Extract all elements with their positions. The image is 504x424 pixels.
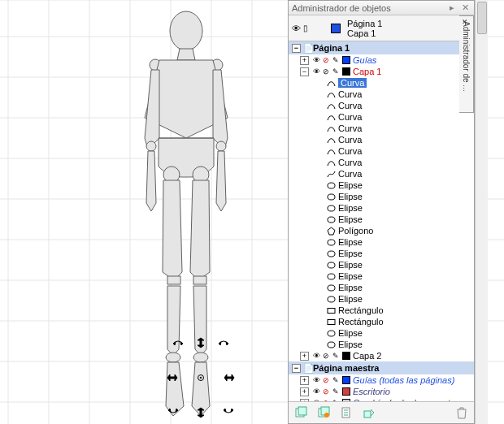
object-node[interactable]: Curva [289,100,474,111]
object-node[interactable]: Elipse [289,339,474,350]
edit-icon[interactable]: ✎ [331,376,341,384]
expander-icon[interactable]: + [300,56,309,65]
layer-state-icons[interactable]: 👁⊘✎ [311,56,341,64]
object-node[interactable]: Elipse [289,248,474,259]
object-node[interactable]: Rectángulo [289,316,474,327]
expander-icon[interactable]: + [300,387,309,396]
scrollbar-thumb[interactable] [477,2,487,34]
active-layer-swatch[interactable] [331,24,341,33]
svg-point-53 [328,217,335,223]
print-icon[interactable]: ⊘ [321,56,331,64]
object-node[interactable]: Curva [289,157,474,168]
svg-point-56 [328,251,335,257]
svg-rect-48 [170,377,175,379]
object-node[interactable]: Curva [289,77,474,89]
print-icon[interactable]: ⊘ [321,376,331,384]
object-node[interactable]: Elipse [289,191,474,202]
page-node[interactable]: −📄Página 1 [289,41,474,54]
panel-titlebar[interactable]: Administrador de objetos ▸ ✕ [289,1,474,15]
object-node[interactable]: Elipse [289,236,474,248]
layer-label: Guías (todas las páginas) [353,375,454,385]
vertical-scrollbar[interactable] [475,0,488,424]
edit-icon[interactable]: ✎ [331,352,341,360]
edit-icon[interactable]: ✎ [331,67,341,76]
mannequin [145,11,228,416]
object-node[interactable]: Elipse [289,180,474,191]
object-node[interactable]: Elipse [289,270,474,282]
layer-node[interactable]: +👁⊘✎Escritorio [289,386,474,397]
visibility-icon[interactable]: 👁 [311,376,321,384]
layer-color-swatch[interactable] [342,387,350,396]
header-layer-label: Capa 1 [347,28,463,38]
object-node[interactable]: Elipse [289,259,474,270]
object-tree[interactable]: −📄Página 1+👁⊘✎Guías−👁⊘✎Capa 1CurvaCurvaC… [289,41,474,402]
expander-icon[interactable]: − [292,44,301,53]
polygon-icon [326,227,336,236]
ellipse-icon [326,238,336,247]
object-node[interactable]: Polígono [289,225,474,236]
expander-icon[interactable]: − [300,67,309,76]
print-icon[interactable]: ⊘ [321,387,331,396]
move-to-layer-button[interactable] [362,405,376,420]
delete-button[interactable] [454,405,469,420]
curve-icon [326,113,336,122]
layer-state-icons[interactable]: 👁⊘✎ [311,376,341,384]
layer-state-icons[interactable]: 👁⊘✎ [311,352,341,360]
layer-color-swatch[interactable] [342,56,350,64]
expander-icon[interactable]: + [300,352,309,361]
layer-node[interactable]: +👁⊘✎Guías [289,54,474,66]
panel-menu-icon[interactable]: ▸ [446,3,458,13]
object-node[interactable]: Elipse [289,293,474,305]
object-node[interactable]: Curva [289,134,474,145]
visibility-icon[interactable]: 👁 [311,352,321,360]
svg-rect-35 [167,276,180,284]
object-node[interactable]: Curva [289,89,474,100]
page-label: Página 1 [313,43,350,53]
new-master-layer-button[interactable] [316,405,331,420]
print-icon[interactable]: ⊘ [321,352,331,360]
visibility-icon[interactable]: 👁 [311,67,321,76]
svg-point-69 [324,413,329,418]
layer-color-swatch[interactable] [342,352,350,360]
svg-marker-41 [166,362,184,416]
svg-point-45 [200,377,202,379]
object-label: Elipse [338,203,363,213]
object-node[interactable]: Elipse [289,327,474,339]
expander-icon[interactable]: − [292,364,301,373]
new-page-button[interactable] [339,405,354,420]
panel-close-icon[interactable]: ✕ [459,3,471,13]
object-node[interactable]: Curva [289,123,474,134]
dock-tab-close-icon[interactable]: ✕ [462,18,468,26]
layer-node[interactable]: +👁⊘✎Capa 2 [289,350,474,361]
object-node[interactable]: Rectángulo [289,305,474,316]
new-layer-button[interactable] [293,405,308,420]
master-page-node[interactable]: −📄Página maestra [289,361,474,374]
layer-node[interactable]: −👁⊘✎Capa 1 [289,66,474,77]
svg-point-58 [328,274,335,279]
svg-point-50 [328,183,335,188]
object-label: Rectángulo [338,305,384,315]
print-icon[interactable]: ⊘ [321,67,331,76]
object-node[interactable]: Elipse [289,214,474,225]
layer-color-swatch[interactable] [342,67,350,76]
object-node[interactable]: Elipse [289,202,474,214]
svg-rect-36 [193,276,206,284]
eye-icon[interactable]: 👁 [292,24,303,33]
object-node[interactable]: Curva [289,111,474,123]
layer-color-swatch[interactable] [342,376,350,384]
edit-icon[interactable]: ✎ [331,387,341,396]
expander-icon[interactable]: + [300,376,309,385]
object-node[interactable]: Curva [289,168,474,180]
layer-node[interactable]: +👁⊘✎Guías (todas las páginas) [289,374,474,386]
rect-icon [326,318,336,327]
edit-icon[interactable]: ✎ [331,56,341,64]
svg-marker-28 [146,151,156,211]
layer-state-icons[interactable]: 👁⊘✎ [311,387,341,396]
visibility-icon[interactable]: 👁 [311,56,321,64]
object-node[interactable]: Elipse [289,282,474,293]
layer-state-icons[interactable]: 👁⊘✎ [311,67,341,76]
book-icon[interactable]: ▯ [303,24,315,32]
dock-tab[interactable]: ✕ Administrador de ... [459,15,474,113]
object-node[interactable]: Curva [289,145,474,157]
visibility-icon[interactable]: 👁 [311,387,321,396]
